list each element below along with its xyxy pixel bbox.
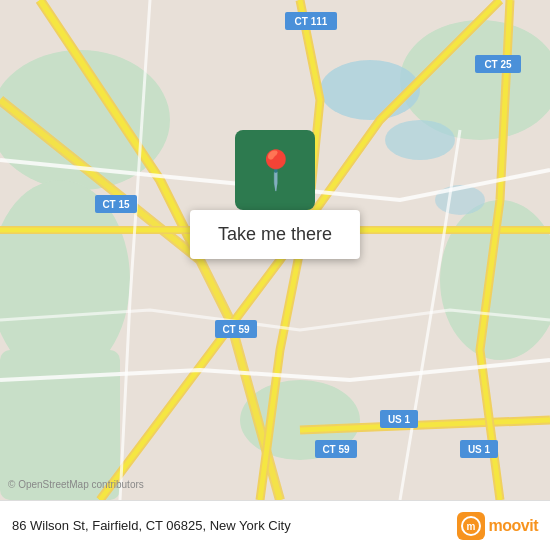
svg-text:US 1: US 1	[388, 414, 411, 425]
address-text: 86 Wilson St, Fairfield, CT 06825, New Y…	[12, 518, 291, 533]
address-section: 86 Wilson St, Fairfield, CT 06825, New Y…	[12, 518, 291, 533]
location-pin-icon: 📍	[252, 148, 299, 192]
moovit-icon: m	[457, 512, 485, 540]
moovit-text: moovit	[489, 517, 538, 535]
map-container: CT 111 CT 25 CT 15 CT 59 CT 59 US 1 US 1…	[0, 0, 550, 500]
svg-text:m: m	[466, 521, 475, 532]
svg-text:US 1: US 1	[468, 444, 491, 455]
svg-text:CT 59: CT 59	[222, 324, 250, 335]
map-pin: 📍	[235, 130, 315, 210]
take-me-there-button[interactable]: Take me there	[190, 210, 360, 259]
bottom-bar: 86 Wilson St, Fairfield, CT 06825, New Y…	[0, 500, 550, 550]
svg-text:CT 15: CT 15	[102, 199, 130, 210]
moovit-logo: m moovit	[457, 512, 538, 540]
svg-text:CT 59: CT 59	[322, 444, 350, 455]
svg-text:CT 111: CT 111	[295, 16, 328, 27]
pin-green-box: 📍	[235, 130, 315, 210]
svg-point-8	[385, 120, 455, 160]
svg-rect-6	[0, 350, 120, 500]
svg-text:© OpenStreetMap contributors: © OpenStreetMap contributors	[8, 479, 144, 490]
svg-text:CT 25: CT 25	[484, 59, 512, 70]
